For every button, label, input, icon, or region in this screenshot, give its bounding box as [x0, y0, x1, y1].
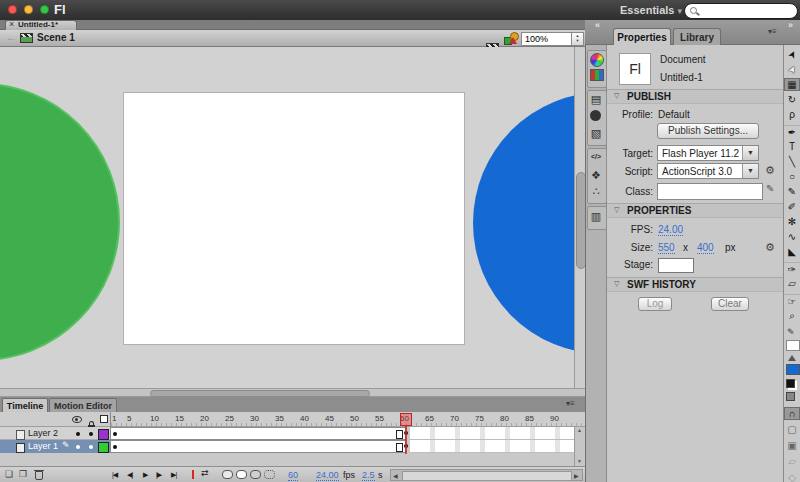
onion-skin-button[interactable] — [222, 470, 233, 479]
tab-motion-editor[interactable]: Motion Editor — [49, 398, 117, 412]
vertical-scrollbar-thumb[interactable] — [576, 172, 585, 269]
snap-to-objects-option[interactable]: ∩ — [784, 407, 800, 420]
layer-lock-dot[interactable] — [89, 445, 93, 449]
layer-name[interactable]: Layer 2 — [28, 428, 58, 438]
code-snippets-panel-icon[interactable]: </> — [586, 150, 606, 164]
layer1-frame-span[interactable] — [110, 440, 406, 453]
size-settings-wrench-icon[interactable]: ⚙ — [765, 241, 775, 254]
pen-tool[interactable]: ✒ — [784, 125, 800, 139]
search-box[interactable] — [684, 3, 798, 19]
new-folder-button[interactable]: ❐ — [19, 469, 27, 479]
black-white-colors-button[interactable] — [786, 379, 795, 388]
back-arrow-icon[interactable]: ← — [6, 31, 17, 43]
playhead-line[interactable] — [405, 426, 407, 454]
stage-canvas[interactable] — [123, 92, 465, 345]
components-panel-icon[interactable]: ❖ — [586, 168, 606, 182]
close-window-button[interactable] — [8, 5, 17, 14]
stage-vertical-scrollbar[interactable] — [574, 47, 585, 388]
subselection-tool[interactable]: ➤ — [784, 63, 800, 76]
collapse-tools-icon[interactable]: » — [788, 20, 793, 30]
script-settings-wrench-icon[interactable]: ⚙ — [765, 164, 775, 177]
edit-multiple-frames-button[interactable] — [250, 470, 261, 479]
fill-color-swatch[interactable] — [786, 364, 800, 375]
frame-ruler[interactable]: 1 5 10 15 20 25 30 35 40 45 50 55 60 65 … — [110, 412, 584, 427]
minimize-window-button[interactable] — [24, 5, 33, 14]
horizontal-scrollbar-thumb[interactable] — [150, 390, 370, 397]
go-to-last-frame-button[interactable]: ▶| — [171, 471, 176, 479]
align-panel-icon[interactable]: ▤ — [586, 92, 606, 106]
tab-library[interactable]: Library — [673, 28, 721, 45]
3d-rotation-tool[interactable]: ↻ — [784, 93, 800, 106]
motion-presets-panel-icon[interactable]: ∴ — [586, 184, 606, 198]
step-forward-button[interactable]: |▶ — [156, 471, 161, 479]
project-panel-icon[interactable]: ▥ — [586, 209, 606, 223]
step-back-button[interactable]: ◀| — [127, 471, 132, 479]
swatches-panel-icon[interactable] — [590, 69, 604, 81]
elapsed-time-value[interactable]: 2.5 — [362, 470, 375, 481]
size-width-value[interactable]: 550 — [658, 242, 675, 254]
scroll-down-icon[interactable]: ▼ — [577, 458, 582, 464]
tab-properties[interactable]: Properties — [613, 28, 671, 45]
scroll-left-icon[interactable]: ◀ — [393, 472, 398, 479]
close-tab-icon[interactable]: × — [9, 19, 14, 29]
eyedropper-tool[interactable]: ✑ — [784, 262, 800, 276]
timeline-vertical-scrollbar[interactable]: ▲ ▼ — [574, 427, 584, 466]
class-edit-pencil-icon[interactable]: ✎ — [766, 183, 774, 194]
publish-section-header[interactable]: ▽ PUBLISH — [607, 89, 783, 104]
delete-layer-button[interactable] — [35, 471, 43, 480]
scale-option[interactable]: ▣ — [784, 439, 800, 452]
swap-colors-button[interactable] — [786, 392, 795, 401]
go-to-first-frame-button[interactable]: |◀ — [112, 471, 117, 479]
onion-skin-outlines-button[interactable] — [236, 470, 247, 479]
lasso-tool[interactable]: ρ — [784, 108, 800, 121]
brush-tool[interactable]: ✐ — [784, 200, 800, 213]
stage-color-swatch[interactable] — [658, 258, 694, 273]
edit-symbols-button[interactable] — [504, 32, 517, 44]
frame-rate-value[interactable]: 24.00 — [316, 470, 339, 481]
layer-visibility-dot[interactable] — [76, 445, 80, 449]
selection-tool[interactable]: ➤ — [784, 48, 800, 61]
oval-tool[interactable]: ○ — [784, 170, 800, 183]
loop-button[interactable]: ⇄ — [201, 468, 209, 478]
layer-row-1[interactable]: Layer 1 ✎ — [0, 440, 110, 453]
layer-lock-dot[interactable] — [89, 432, 93, 436]
workspace-switcher[interactable]: Essentials ▾ — [620, 4, 682, 16]
target-dropdown[interactable]: Flash Player 11.2 ▼ — [657, 145, 759, 161]
empty-frames-layer2[interactable] — [410, 427, 574, 440]
stage-horizontal-scrollbar[interactable] — [0, 388, 585, 397]
hand-tool[interactable]: ☞ — [784, 294, 800, 308]
swf-history-section-header[interactable]: ▽ SWF HISTORY — [607, 277, 783, 292]
center-frame-button[interactable] — [192, 470, 194, 479]
outline-all-layers-icon[interactable] — [100, 415, 108, 423]
zoom-level-input[interactable] — [521, 32, 575, 46]
layer-row-2[interactable]: Layer 2 — [0, 427, 110, 440]
eraser-tool[interactable]: ▱ — [784, 277, 800, 290]
search-input[interactable] — [701, 5, 795, 18]
text-tool[interactable]: T — [784, 140, 800, 153]
timeline-hscroll-thumb[interactable] — [402, 471, 572, 481]
properties-section-header[interactable]: ▽ PROPERTIES — [607, 203, 783, 218]
scroll-up-icon[interactable]: ▲ — [577, 427, 582, 433]
zoom-stepper[interactable]: ▲ ▼ — [571, 32, 584, 46]
scroll-right-icon[interactable]: ▶ — [574, 472, 579, 479]
tab-timeline[interactable]: Timeline — [2, 398, 48, 412]
stage-viewport[interactable] — [0, 47, 585, 388]
deco-tool[interactable]: ✻ — [784, 215, 800, 228]
transform-panel-icon[interactable]: ▧ — [586, 126, 606, 140]
color-panel-icon[interactable] — [590, 53, 604, 67]
class-input[interactable] — [657, 183, 763, 200]
empty-frames-layer1[interactable] — [410, 440, 574, 453]
layer-name[interactable]: Layer 1 — [28, 441, 58, 451]
layer-visibility-dot[interactable] — [76, 432, 80, 436]
distort-option[interactable]: ▱ — [784, 455, 800, 468]
document-tab[interactable]: × Untitled-1* — [5, 20, 77, 30]
green-circle-object[interactable] — [0, 83, 120, 361]
playhead-marker[interactable] — [400, 413, 412, 426]
layer2-frame-span[interactable] — [110, 427, 406, 440]
envelope-option[interactable]: ◇ — [784, 471, 800, 482]
publish-settings-button[interactable]: Publish Settings... — [657, 123, 759, 139]
panel-menu-icon[interactable]: ▾≡ — [768, 27, 777, 36]
show-hide-all-layers-icon[interactable] — [72, 416, 82, 423]
zoom-tool[interactable]: ⌕ — [784, 309, 800, 322]
layer-outline-color-swatch[interactable] — [98, 429, 109, 440]
